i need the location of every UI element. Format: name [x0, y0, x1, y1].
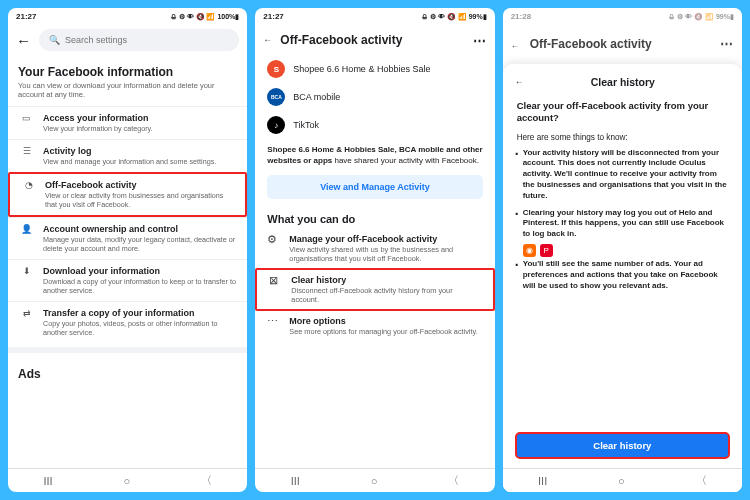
- view-manage-button[interactable]: View and Manage Activity: [267, 175, 482, 199]
- id-card-icon: ▭: [18, 113, 35, 130]
- gear-icon: ⚙: [267, 234, 281, 263]
- app-row-tiktok[interactable]: ♪ TikTok: [255, 111, 494, 139]
- section-subtitle: You can view or download your informatio…: [8, 81, 247, 106]
- nav-recents[interactable]: III: [291, 475, 300, 487]
- item-label: Transfer a copy of your information: [43, 308, 237, 318]
- activity-icon: ◔: [20, 180, 37, 197]
- helo-icon: ◉: [523, 244, 536, 257]
- sheet-back-icon[interactable]: ←: [515, 77, 524, 87]
- android-navbar: III ○ 〈: [255, 468, 494, 492]
- bullet-list: Your activity history will be disconnect…: [503, 148, 742, 240]
- wycd-label: Manage your off-Facebook activity: [289, 234, 482, 244]
- wycd-manage[interactable]: ⚙ Manage your off-Facebook activity View…: [255, 229, 494, 268]
- modal-overlay: ← Off-Facebook activity ⋯ ← Clear histor…: [503, 8, 742, 492]
- nav-home[interactable]: ○: [123, 475, 130, 487]
- ellipsis-icon: ⋯: [267, 316, 281, 336]
- android-navbar: III ○ 〈: [503, 468, 742, 492]
- app-row-shopee[interactable]: S Shopee 6.6 Home & Hobbies Sale: [255, 55, 494, 83]
- item-account-ownership[interactable]: 👤 Account ownership and control Manage y…: [8, 217, 247, 259]
- wycd-desc: View activity shared with us by the busi…: [289, 245, 482, 263]
- item-label: Activity log: [43, 146, 216, 156]
- back-icon: ←: [511, 41, 520, 51]
- bullet-list-2: You'll still see the same number of ads.…: [503, 259, 742, 291]
- page-title: Off-Facebook activity: [530, 37, 710, 51]
- nav-back[interactable]: 〈: [448, 473, 459, 488]
- screen-clear-history-modal: 21:28 🕭 ⚙ 👁 🔇 📶 99%▮ ← Off-Facebook acti…: [503, 8, 742, 492]
- pinterest-icon: P: [540, 244, 553, 257]
- item-label: Off-Facebook activity: [45, 180, 235, 190]
- app-icons-row: ◉ P: [503, 240, 742, 259]
- status-time: 21:27: [263, 12, 283, 21]
- item-download-info[interactable]: ⬇ Download your information Download a c…: [8, 259, 247, 301]
- apps-summary: Shopee 6.6 Home & Hobbies Sale, BCA mobi…: [255, 139, 494, 175]
- item-desc: Copy your photos, videos, posts or other…: [43, 319, 237, 337]
- sheet-intro: Here are some things to know:: [503, 131, 742, 148]
- nav-back[interactable]: 〈: [696, 473, 707, 488]
- wycd-desc: Disconnect off-Facebook activity history…: [291, 286, 480, 304]
- item-access-info[interactable]: ▭ Access your information View your info…: [8, 106, 247, 139]
- list-icon: ☰: [18, 146, 35, 163]
- search-icon: 🔍: [49, 35, 60, 45]
- wycd-desc: See more options for managing your off-F…: [289, 327, 477, 336]
- status-bar: 21:27 🕭 ⚙ 👁 🔇 📶 99%▮: [255, 8, 494, 25]
- nav-home[interactable]: ○: [371, 475, 378, 487]
- android-navbar: III ○ 〈: [8, 468, 247, 492]
- wycd-label: Clear history: [291, 275, 480, 285]
- screen-facebook-info: 21:27 🕭 ⚙ 👁 🔇 📶 100%▮ ← 🔍 Search setting…: [8, 8, 247, 492]
- search-placeholder: Search settings: [65, 35, 127, 45]
- top-bar: ← 🔍 Search settings: [8, 25, 247, 55]
- item-label: Download your information: [43, 266, 237, 276]
- wycd-label: More options: [289, 316, 477, 326]
- status-time: 21:27: [16, 12, 36, 21]
- bullet-2: Clearing your history may log you out of…: [523, 208, 728, 240]
- more-icon[interactable]: ⋯: [473, 33, 487, 48]
- tiktok-icon: ♪: [267, 116, 285, 134]
- dimmed-title-bar: ← Off-Facebook activity ⋯: [503, 8, 742, 55]
- nav-back[interactable]: 〈: [201, 473, 212, 488]
- item-desc: Manage your data, modify your legacy con…: [43, 235, 237, 253]
- search-input[interactable]: 🔍 Search settings: [39, 29, 239, 51]
- bottom-sheet: ← Clear history Clear your off-Facebook …: [503, 64, 742, 492]
- status-icons: 🕭 ⚙ 👁 🔇 📶 100%▮: [170, 13, 240, 21]
- wycd-more-options[interactable]: ⋯ More options See more options for mana…: [255, 311, 494, 341]
- item-desc: View or clear activity from businesses a…: [45, 191, 235, 209]
- clear-history-button[interactable]: Clear history: [515, 432, 730, 459]
- ads-heading: Ads: [8, 347, 247, 385]
- download-icon: ⬇: [18, 266, 35, 283]
- item-desc: View and manage your information and som…: [43, 157, 216, 166]
- item-desc: View your information by category.: [43, 124, 153, 133]
- page-title: Off-Facebook activity: [280, 33, 464, 47]
- user-gear-icon: 👤: [18, 224, 35, 241]
- item-desc: Download a copy of your information to k…: [43, 277, 237, 295]
- app-row-bca[interactable]: BCA BCA mobile: [255, 83, 494, 111]
- nav-recents[interactable]: III: [538, 475, 547, 487]
- app-name: Shopee 6.6 Home & Hobbies Sale: [293, 64, 430, 74]
- sheet-question: Clear your off-Facebook activity from yo…: [503, 96, 742, 131]
- sheet-title: Clear history: [534, 76, 712, 88]
- item-label: Account ownership and control: [43, 224, 237, 234]
- back-icon[interactable]: ←: [263, 35, 272, 45]
- app-name: BCA mobile: [293, 92, 340, 102]
- transfer-icon: ⇄: [18, 308, 35, 325]
- status-icons: 🕭 ⚙ 👁 🔇 📶 99%▮: [421, 13, 487, 21]
- screen-off-fb-activity: 21:27 🕭 ⚙ 👁 🔇 📶 99%▮ ← Off-Facebook acti…: [255, 8, 494, 492]
- status-bar: 21:27 🕭 ⚙ 👁 🔇 📶 100%▮: [8, 8, 247, 25]
- app-name: TikTok: [293, 120, 319, 130]
- back-icon[interactable]: ←: [16, 32, 31, 49]
- nav-recents[interactable]: III: [43, 475, 52, 487]
- summary-rest: have shared your activity with Facebook.: [332, 156, 479, 165]
- title-bar: ← Off-Facebook activity ⋯: [255, 25, 494, 55]
- bullet-1: Your activity history will be disconnect…: [523, 148, 728, 202]
- wycd-heading: What you can do: [255, 209, 494, 229]
- nav-home[interactable]: ○: [618, 475, 625, 487]
- wycd-clear-history[interactable]: ⊠ Clear history Disconnect off-Facebook …: [255, 268, 494, 311]
- more-icon: ⋯: [720, 36, 734, 51]
- bullet-3: You'll still see the same number of ads.…: [523, 259, 728, 291]
- section-title: Your Facebook information: [8, 55, 247, 81]
- item-label: Access your information: [43, 113, 153, 123]
- clear-icon: ⊠: [269, 275, 283, 304]
- item-activity-log[interactable]: ☰ Activity log View and manage your info…: [8, 139, 247, 172]
- item-off-facebook-activity[interactable]: ◔ Off-Facebook activity View or clear ac…: [8, 172, 247, 217]
- bca-icon: BCA: [267, 88, 285, 106]
- item-transfer-info[interactable]: ⇄ Transfer a copy of your information Co…: [8, 301, 247, 343]
